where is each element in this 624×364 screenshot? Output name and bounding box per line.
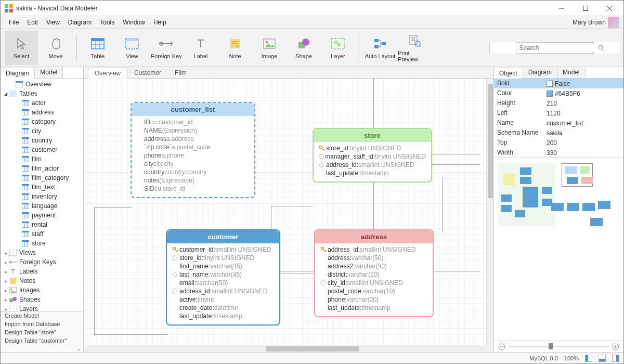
checkbox-icon[interactable] — [547, 81, 553, 87]
properties-grid[interactable]: BoldFalseColor#64B5F6Height210Left1120Na… — [494, 79, 623, 158]
tree-table-store[interactable]: store — [1, 239, 83, 248]
entity-column[interactable]: city_id: smallint UNSIGNED — [320, 279, 427, 287]
tool-print-preview[interactable]: Print Preview — [398, 31, 431, 65]
tool-view[interactable]: View — [115, 31, 149, 65]
layout-icon-3[interactable] — [612, 355, 619, 362]
canvas-vscroll[interactable] — [486, 79, 493, 345]
tool-auto-layout[interactable]: Auto Layout — [363, 31, 397, 65]
menu-edit[interactable]: Edit — [23, 17, 42, 28]
history-scroll[interactable]: ⌄ — [1, 345, 83, 352]
prop-row-height[interactable]: Height210 — [494, 98, 623, 108]
entity-column[interactable]: phone: varchar(20) — [320, 295, 427, 304]
tree-overview[interactable]: Overview — [1, 80, 83, 89]
entity-column[interactable]: `zip code` a.postal_code — [137, 143, 249, 151]
entity-column[interactable]: manager_staff_id: tinyint UNSIGNED — [319, 152, 426, 161]
entity-column[interactable]: SID cu.store_id — [137, 185, 249, 193]
tool-layer[interactable]: Layer — [321, 31, 355, 65]
user-name[interactable]: Mary Brown — [573, 19, 606, 26]
prop-row-bold[interactable]: BoldFalse — [494, 79, 623, 88]
entity-column[interactable]: address: varchar(50) — [320, 254, 427, 262]
tree-labels[interactable]: ▸TLabels — [1, 267, 83, 276]
history-item[interactable]: Design Table "store" — [1, 328, 83, 336]
right-tab-model[interactable]: Model — [557, 67, 586, 78]
menu-diagram[interactable]: Diagram — [64, 17, 96, 28]
history-item[interactable]: Import from Database — [1, 320, 83, 328]
prop-row-name[interactable]: Namecustomer_list — [494, 118, 623, 128]
zoom-slider[interactable] — [509, 346, 609, 347]
entity-column[interactable]: postal_code: varchar(10) — [320, 287, 427, 295]
zoom-out-icon[interactable] — [498, 343, 505, 350]
entity-column[interactable]: NAME (Expression) — [137, 126, 249, 135]
tree-table-rental[interactable]: rental — [1, 220, 83, 229]
history-item[interactable]: Create Model — [1, 311, 83, 320]
zoom-in-icon[interactable] — [612, 343, 619, 350]
right-tab-diagram[interactable]: Diagram — [523, 67, 557, 78]
prop-row-left[interactable]: Left1120 — [494, 108, 623, 118]
left-tab-diagram[interactable]: Diagram — [1, 68, 35, 79]
tool-image[interactable]: Image — [253, 31, 286, 65]
left-tab-model[interactable]: Model — [35, 67, 63, 78]
entity-address[interactable]: address address_id: smallint UNSIGNEDadd… — [314, 229, 434, 317]
search-box[interactable] — [516, 42, 594, 54]
tree-table-film[interactable]: film — [1, 154, 83, 164]
center-tab-overview[interactable]: Overview — [88, 68, 127, 79]
minimize-button[interactable] — [550, 1, 574, 16]
tree-table-city[interactable]: city — [1, 126, 83, 136]
prop-row-color[interactable]: Color#64B5F6 — [494, 88, 623, 98]
entity-column[interactable]: last_update: timestamp — [319, 169, 426, 177]
center-tab-customer[interactable]: Customer — [127, 67, 168, 78]
tree-images[interactable]: ▸Images — [1, 285, 83, 295]
entity-column[interactable]: address a.address — [137, 135, 249, 143]
diagram-canvas[interactable]: customer_list ID cu.customer_idNAME (Exp… — [84, 79, 486, 345]
entity-column[interactable]: district: varchar(20) — [320, 270, 427, 279]
prop-row-schema-name[interactable]: Schema Namesakila — [494, 128, 623, 138]
tree-table-film_actor[interactable]: film_actor — [1, 164, 83, 173]
entity-column[interactable]: address_id: smallint UNSIGNED — [319, 161, 426, 169]
menu-view[interactable]: View — [42, 17, 64, 28]
tree-shapes[interactable]: ▸Shapes — [1, 295, 83, 304]
tree-table-language[interactable]: language — [1, 201, 83, 211]
layout-icon-2[interactable] — [599, 355, 606, 362]
tree-table-address[interactable]: address — [1, 108, 83, 117]
entity-column[interactable]: first_name: varchar(45) — [172, 262, 274, 270]
tree-views[interactable]: ▸Views — [1, 248, 83, 257]
layout-icon-1[interactable] — [585, 355, 592, 362]
tree-table-payment[interactable]: payment — [1, 211, 83, 220]
menu-help[interactable]: Help — [149, 17, 171, 28]
tree-table-staff[interactable]: staff — [1, 229, 83, 239]
entity-column[interactable]: create_date: datetime — [172, 304, 274, 312]
tool-move[interactable]: Move — [39, 31, 72, 65]
maximize-button[interactable] — [574, 1, 597, 16]
tree-layers[interactable]: ▸Layers — [1, 304, 83, 311]
close-button[interactable] — [597, 1, 621, 16]
tree-table-film_text[interactable]: film_text — [1, 183, 83, 192]
tree-table-inventory[interactable]: inventory — [1, 192, 83, 201]
entity-column[interactable]: last_name: varchar(45) — [172, 270, 274, 279]
zoom-bar[interactable] — [494, 341, 623, 352]
entity-customer-list[interactable]: customer_list ID cu.customer_idNAME (Exp… — [131, 102, 255, 198]
entity-column[interactable]: email: varchar(50) — [172, 279, 274, 287]
tool-label[interactable]: T Label — [184, 31, 217, 65]
entity-column[interactable]: active: tinyint — [172, 295, 274, 304]
menu-file[interactable]: File — [5, 17, 23, 28]
entity-store[interactable]: store store_id: tinyint UNSIGNEDmanager_… — [313, 128, 432, 183]
tree-notes[interactable]: ▸Notes — [1, 276, 83, 285]
entity-column[interactable]: address_id: smallint UNSIGNED — [320, 245, 427, 254]
history-item[interactable]: Design Table "customer" — [1, 336, 83, 345]
center-tab-film[interactable]: Film — [168, 67, 193, 78]
entity-column[interactable]: notes (Expression) — [137, 176, 249, 185]
entity-column[interactable]: ID cu.customer_id — [137, 118, 249, 126]
prop-row-top[interactable]: Top200 — [494, 138, 623, 148]
search-input[interactable] — [519, 44, 597, 51]
minimap[interactable] — [494, 158, 623, 341]
entity-column[interactable]: last_update: timestamp — [172, 312, 274, 320]
tool-note[interactable]: Note — [218, 31, 252, 65]
entity-column[interactable]: country country.country — [137, 168, 249, 176]
entity-customer[interactable]: customer customer_id: smallint UNSIGNEDs… — [166, 229, 280, 326]
tree-table-actor[interactable]: actor — [1, 98, 83, 108]
tree-table-film_category[interactable]: film_category — [1, 173, 83, 183]
tool-select[interactable]: Select — [5, 31, 38, 65]
menu-tools[interactable]: Tools — [96, 17, 119, 28]
entity-column[interactable]: store_id: tinyint UNSIGNED — [172, 254, 274, 262]
color-swatch[interactable] — [547, 90, 553, 97]
